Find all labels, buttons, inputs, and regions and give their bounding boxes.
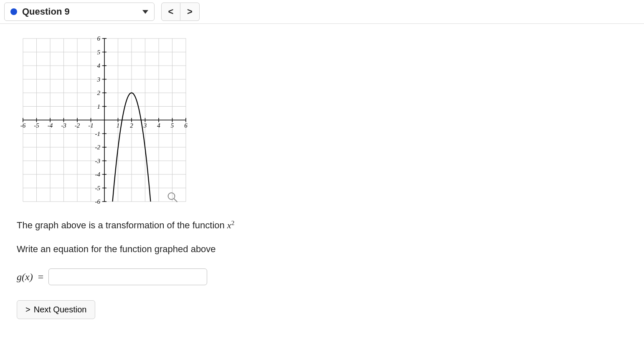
svg-text:-6: -6 [95,198,101,205]
exponent-2: 2 [231,219,235,226]
svg-text:4: 4 [157,122,160,129]
chevron-right-icon: > [187,6,193,17]
chevron-right-icon: > [25,305,30,314]
svg-text:-4: -4 [48,122,53,129]
question-title: Question 9 [22,6,70,17]
svg-text:-3: -3 [95,158,101,164]
base-function-var: x [227,220,231,230]
status-dot-icon [10,8,17,15]
svg-text:1: 1 [117,122,120,129]
prev-question-button[interactable]: < [161,3,180,21]
svg-point-76 [168,193,175,199]
nav-group: < > [161,3,200,21]
description-line-2: Write an equation for the function graph… [17,242,627,256]
svg-text:-1: -1 [88,122,94,129]
svg-text:3: 3 [143,122,147,129]
svg-text:-2: -2 [75,122,80,129]
svg-text:2: 2 [97,89,101,96]
desc-prefix: The graph above is a transformation of t… [17,220,227,230]
next-question-nav-button[interactable]: > [180,3,200,21]
svg-text:2: 2 [130,122,133,129]
question-dropdown[interactable]: Question 9 [4,3,155,21]
next-button-label: Next Question [34,305,87,314]
svg-text:-6: -6 [20,122,26,129]
answer-row: g(x) = [17,268,627,285]
svg-text:1: 1 [97,103,101,110]
svg-text:5: 5 [97,49,101,56]
chevron-left-icon: < [168,6,174,17]
svg-text:-1: -1 [95,130,101,137]
svg-text:-3: -3 [61,122,66,129]
svg-text:5: 5 [171,122,174,129]
graph-svg: -6-5-4-3-2-1123456-6-5-4-3-2-1123456 [17,32,192,208]
svg-text:4: 4 [97,62,101,69]
question-content: -6-5-4-3-2-1123456-6-5-4-3-2-1123456 The… [0,24,644,327]
svg-text:6: 6 [184,122,188,129]
svg-text:-2: -2 [95,144,101,151]
next-question-button[interactable]: > Next Question [17,300,95,319]
equals-sign: = [38,271,44,283]
graph: -6-5-4-3-2-1123456-6-5-4-3-2-1123456 [17,32,192,208]
svg-text:-5: -5 [95,185,101,192]
description-line-1: The graph above is a transformation of t… [17,218,627,232]
svg-text:-4: -4 [95,171,101,178]
answer-input[interactable] [48,268,207,285]
svg-text:6: 6 [97,35,101,42]
toolbar: Question 9 < > [0,0,644,24]
svg-text:3: 3 [97,76,101,83]
gx-label: g(x) [17,271,33,283]
caret-down-icon [142,10,148,14]
svg-text:-5: -5 [34,122,39,129]
